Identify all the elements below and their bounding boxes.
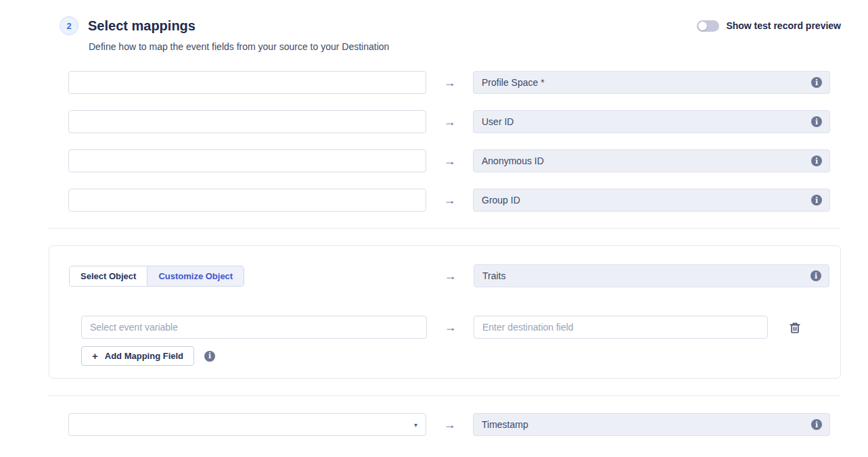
source-cell	[49, 149, 426, 172]
plus-icon: +	[92, 350, 98, 362]
object-tab-group: Select Object Customize Object	[69, 266, 244, 287]
mapping-row-anonymous-id: → Anonymous ID i	[49, 149, 841, 172]
destination-cell: Group ID i	[473, 189, 841, 212]
arrow-right-icon: →	[427, 320, 474, 335]
arrow-right-icon: →	[426, 76, 473, 90]
delete-mapping-button[interactable]	[788, 320, 802, 335]
destination-field-input[interactable]	[474, 316, 768, 339]
source-cell	[49, 110, 426, 133]
object-tabs-cell: Select Object Customize Object	[49, 266, 427, 287]
event-variable-input[interactable]	[81, 316, 427, 339]
trash-icon	[790, 322, 800, 333]
header: 2 Select mappings Show test record previ…	[49, 16, 841, 35]
tab-select-object[interactable]: Select Object	[70, 266, 147, 286]
traits-mapping-section: Select Object Customize Object → Traits …	[49, 245, 841, 379]
arrow-right-icon: →	[426, 115, 473, 129]
destination-field-label: Profile Space *	[482, 77, 545, 88]
destination-field-anonymous-id: Anonymous ID i	[473, 149, 830, 172]
toggle-knob	[698, 22, 707, 30]
destination-field-group-id: Group ID i	[473, 189, 830, 212]
section-divider	[49, 228, 841, 228]
timestamp-source-select[interactable]: ▾	[68, 413, 426, 436]
anonymous-id-source-input[interactable]	[68, 149, 426, 172]
user-id-source-input[interactable]	[68, 110, 426, 133]
info-icon[interactable]: i	[811, 77, 822, 88]
custom-mapping-row: →	[49, 316, 840, 339]
destination-cell: Traits i	[474, 264, 840, 287]
toggle-switch-icon[interactable]	[697, 20, 719, 32]
mapping-row-group-id: → Group ID i	[49, 189, 841, 212]
destination-field-label: Traits	[482, 270, 505, 281]
tab-customize-object[interactable]: Customize Object	[147, 266, 244, 286]
mapping-row-timestamp: ▾ → Timestamp i	[49, 413, 841, 436]
add-mapping-row: + Add Mapping Field i	[49, 346, 840, 366]
destination-cell: Anonymous ID i	[473, 149, 841, 172]
traits-header-row: Select Object Customize Object → Traits …	[49, 264, 840, 287]
destination-field-profile-space: Profile Space * i	[473, 71, 830, 94]
destination-field-label: Anonymous ID	[482, 155, 544, 166]
info-icon[interactable]: i	[811, 419, 822, 430]
mapping-row-profile-space: → Profile Space * i	[49, 71, 841, 94]
select-mappings-page: 2 Select mappings Show test record previ…	[49, 0, 841, 436]
step-number-badge: 2	[60, 16, 78, 35]
destination-cell: User ID i	[473, 110, 841, 133]
page-title: Select mappings	[88, 18, 196, 34]
destination-cell: Profile Space * i	[473, 71, 841, 94]
info-icon[interactable]: i	[810, 270, 821, 281]
destination-field-timestamp: Timestamp i	[473, 413, 830, 436]
arrow-right-icon: →	[426, 154, 473, 168]
add-mapping-field-label: Add Mapping Field	[105, 351, 183, 361]
destination-field-label: Timestamp	[482, 419, 528, 430]
destination-field-label: Group ID	[482, 195, 520, 206]
source-cell	[49, 71, 426, 94]
arrow-right-icon: →	[426, 418, 473, 432]
source-cell: ▾	[49, 413, 426, 436]
mapping-row-user-id: → User ID i	[49, 110, 841, 133]
info-icon[interactable]: i	[204, 351, 215, 362]
source-cell	[49, 189, 426, 212]
info-icon[interactable]: i	[811, 116, 822, 127]
destination-field-user-id: User ID i	[473, 110, 830, 133]
page-subtitle: Define how to map the event fields from …	[89, 41, 841, 52]
destination-cell	[474, 316, 840, 339]
add-mapping-field-button[interactable]: + Add Mapping Field	[81, 346, 194, 366]
chevron-down-icon: ▾	[414, 421, 417, 429]
arrow-right-icon: →	[426, 193, 473, 208]
destination-cell: Timestamp i	[473, 413, 841, 436]
group-id-source-input[interactable]	[68, 189, 426, 212]
show-test-record-preview-toggle[interactable]: Show test record preview	[697, 20, 841, 32]
section-divider	[49, 395, 841, 396]
destination-field-traits: Traits i	[474, 264, 829, 287]
toggle-label: Show test record preview	[726, 20, 841, 31]
destination-field-label: User ID	[482, 116, 513, 127]
info-icon[interactable]: i	[811, 155, 822, 166]
profile-space-source-input[interactable]	[68, 71, 426, 94]
simple-mappings-list: → Profile Space * i → User ID i	[49, 71, 841, 212]
source-cell	[49, 316, 427, 339]
info-icon[interactable]: i	[811, 195, 822, 206]
arrow-right-icon: →	[427, 269, 474, 283]
